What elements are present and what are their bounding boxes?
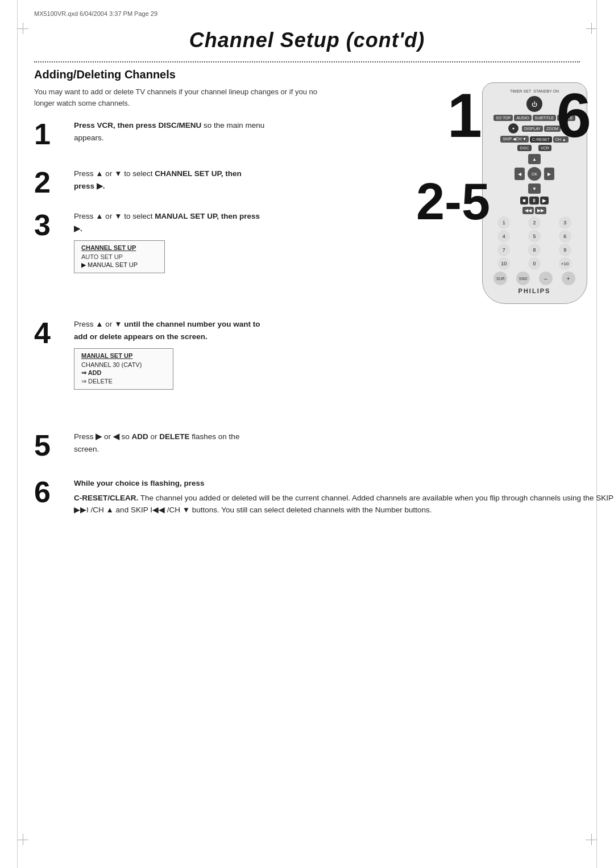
disc-source-btn[interactable]: DISC	[517, 145, 532, 151]
vol-down-btn[interactable]: –	[539, 272, 553, 285]
step-number-3: 3	[34, 210, 51, 240]
dpad: ▲ ▼ ◀ ▶ OK	[515, 154, 554, 194]
disc-btn[interactable]: ●	[508, 123, 518, 133]
num-7[interactable]: 7	[497, 244, 510, 256]
step-3: 3 Press ▲ or ▼ to select MANUAL SET UP, …	[34, 210, 260, 273]
step-6-heading: While your choice is flashing, press	[74, 477, 614, 490]
remote-brand-label: PHILIPS	[487, 287, 582, 294]
step-5-text: Press ▶ or ◀ so ADD or DELETE flashes on…	[74, 431, 239, 455]
step-number-2: 2	[34, 168, 51, 197]
channel-setup-menu-box: CHANNEL SET UP AUTO SET UP MANUAL SET UP	[74, 240, 165, 273]
step-number-1: 1	[34, 119, 51, 149]
step-2: 2 Press ▲ or ▼ to select CHANNEL SET UP,…	[34, 168, 242, 192]
manual-delete-line: DELETE	[81, 377, 166, 386]
vcr-btn[interactable]: VCR	[538, 145, 551, 151]
meta-info: MX5100VR.qxd 6/04/2004 3:37 PM Page 29	[34, 10, 157, 17]
step-6: 6 While your choice is flashing, press C…	[34, 477, 614, 516]
display-btn[interactable]: DISPLAY	[522, 126, 543, 132]
manual-setup-box: MANUAL SET UP CHANNEL 30 (CATV) ADD DELE…	[74, 348, 173, 390]
num-4[interactable]: 4	[497, 230, 510, 243]
stop-btn[interactable]: ■	[520, 197, 528, 205]
playback-row: ■ ⏸ ▶	[487, 196, 582, 205]
step-4-text: Press ▲ or ▼ until the channel number yo…	[74, 318, 260, 343]
num-3[interactable]: 3	[559, 216, 571, 229]
so-top-btn[interactable]: SO TOP	[493, 115, 513, 121]
vol-up-btn[interactable]: +	[562, 272, 575, 285]
overlay-step-25: 2-5	[416, 176, 490, 227]
num-6[interactable]: 6	[559, 230, 571, 243]
step-1: 1 Press VCR, then press DISC/MENU so the…	[34, 119, 264, 144]
section-description: You may want to add or delete TV channel…	[34, 86, 330, 108]
step-number-5: 5	[34, 431, 51, 460]
dpad-right-btn[interactable]: ▶	[544, 168, 554, 180]
pause-btn[interactable]: ⏸	[529, 197, 539, 205]
surround-btn[interactable]: SUR	[493, 272, 507, 285]
overlay-step-1: 1	[447, 84, 482, 147]
subtitle-btn[interactable]: SUBTITLE	[533, 115, 556, 121]
step-4: 4 Press ▲ or ▼ until the channel number …	[34, 318, 260, 390]
step-6-text: C-RESET/CLEAR. The channel you added or …	[74, 492, 614, 516]
dpad-ok-btn[interactable]: OK	[528, 167, 541, 181]
skip-back-ch-btn[interactable]: SKIP ◀CH ▼	[500, 136, 529, 143]
play-btn[interactable]: ▶	[540, 197, 549, 205]
remote-label-standbyon: STANDBY ON	[533, 89, 559, 93]
num-8[interactable]: 8	[528, 244, 541, 256]
num-extra[interactable]: +10	[559, 257, 571, 270]
step-2-content: Press ▲ or ▼ to select CHANNEL SET UP, t…	[74, 168, 242, 192]
step-3-text: Press ▲ or ▼ to select MANUAL SET UP, th…	[74, 210, 260, 235]
dpad-down-btn[interactable]: ▼	[528, 183, 541, 194]
step-6-content: While your choice is flashing, press C-R…	[74, 477, 614, 516]
page-title: Channel Setup (cont'd)	[0, 28, 614, 52]
section-heading: Adding/Deleting Channels	[34, 68, 176, 81]
remote-label-timer: TIMER SET	[510, 89, 531, 93]
creset-btn[interactable]: C-RESET	[530, 136, 552, 143]
dpad-up-btn[interactable]: ▲	[528, 154, 541, 164]
manual-channel-line: CHANNEL 30 (CATV)	[81, 361, 166, 369]
manual-box-title: MANUAL SET UP	[81, 352, 166, 359]
fwd-btn[interactable]: ▶▶	[535, 207, 546, 214]
page-border-right	[596, 0, 597, 868]
sound-btn[interactable]: SND	[516, 272, 530, 285]
numpad: 1 2 3 4 5 6 7 8 9 10 0 +10	[489, 216, 580, 270]
crosshair-bottom-left	[17, 834, 28, 845]
volume-row: SUR SND – +	[489, 272, 580, 285]
num-5[interactable]: 5	[528, 230, 541, 243]
step-1-content: Press VCR, then press DISC/MENU so the m…	[74, 119, 264, 144]
step-number-6: 6	[34, 477, 51, 507]
transport-row: ◀◀ ▶▶	[487, 206, 582, 215]
step-5: 5 Press ▶ or ◀ so ADD or DELETE flashes …	[34, 431, 239, 455]
num-9[interactable]: 9	[559, 244, 571, 256]
power-button[interactable]: ⏻	[526, 96, 542, 112]
step-4-content: Press ▲ or ▼ until the channel number yo…	[74, 318, 260, 390]
menu-box-title: CHANNEL SET UP	[81, 244, 157, 251]
step-3-content: Press ▲ or ▼ to select MANUAL SET UP, th…	[74, 210, 260, 273]
num-0[interactable]: 0	[528, 257, 541, 270]
step-1-text: Press VCR, then press DISC/MENU so the m…	[74, 119, 264, 144]
menu-item-auto: AUTO SET UP	[81, 253, 157, 261]
rew-btn[interactable]: ◀◀	[522, 207, 534, 214]
overlay-step-6: 6	[557, 84, 591, 147]
step-number-4: 4	[34, 318, 51, 348]
manual-add-line: ADD	[81, 369, 166, 377]
menu-item-manual: MANUAL SET UP	[81, 261, 157, 269]
step-2-text: Press ▲ or ▼ to select CHANNEL SET UP, t…	[74, 168, 242, 192]
page-border-left	[17, 0, 18, 868]
num-1[interactable]: 1	[497, 216, 510, 229]
crosshair-bottom-right	[586, 834, 597, 845]
num-2[interactable]: 2	[528, 216, 541, 229]
dpad-left-btn[interactable]: ◀	[515, 168, 525, 180]
section-divider	[34, 61, 580, 62]
step-5-content: Press ▶ or ◀ so ADD or DELETE flashes on…	[74, 431, 239, 455]
audio-btn[interactable]: AUDIO	[514, 115, 531, 121]
num-10[interactable]: 10	[497, 257, 510, 270]
